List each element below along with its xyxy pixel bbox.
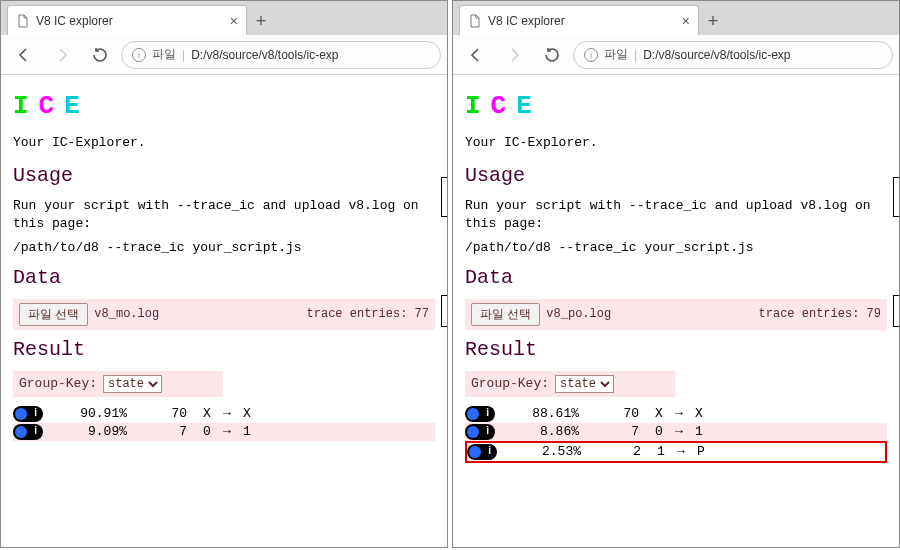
file-select-button[interactable]: 파일 선택 bbox=[471, 303, 540, 326]
usage-line-1: Run your script with --trace_ic and uplo… bbox=[13, 197, 435, 233]
data-row: 파일 선택 v8_mo.log trace entries: 77 bbox=[13, 299, 435, 330]
from: 1 bbox=[651, 444, 671, 459]
toggle-icon[interactable]: i bbox=[13, 424, 43, 440]
toggle-icon[interactable]: i bbox=[13, 406, 43, 422]
tab-title: V8 IC explorer bbox=[488, 14, 676, 28]
page-content: ICE Your IC-Explorer. Usage Run your scr… bbox=[1, 75, 447, 451]
window-right: V8 IC explorer × + i 파일 | D:/v8/source/v… bbox=[452, 0, 900, 548]
toolbar: i 파일 | D:/v8/source/v8/tools/ic-exp bbox=[453, 35, 899, 75]
group-key-label: Group-Key: bbox=[471, 376, 549, 391]
group-key-select[interactable]: state bbox=[103, 375, 162, 393]
address-bar[interactable]: i 파일 | D:/v8/source/v8/tools/ic-exp bbox=[121, 41, 441, 69]
result-table: i 88.61% 70 X → X i 8.86% 7 0 → 1 i bbox=[465, 405, 887, 463]
section-result: Result bbox=[13, 338, 435, 361]
toggle-icon[interactable]: i bbox=[465, 406, 495, 422]
file-select-button[interactable]: 파일 선택 bbox=[19, 303, 88, 326]
page-content: ICE Your IC-Explorer. Usage Run your scr… bbox=[453, 75, 899, 473]
stage: V8 IC explorer × + i 파일 | D:/v8/source/v… bbox=[0, 0, 900, 550]
page-icon bbox=[16, 14, 30, 28]
addr-path: D:/v8/source/v8/tools/ic-exp bbox=[191, 48, 338, 62]
trace-entries: trace entries: 79 bbox=[759, 307, 881, 321]
result-table: i 90.91% 70 X → X i 9.09% 7 0 → 1 bbox=[13, 405, 435, 441]
back-button[interactable] bbox=[459, 40, 493, 70]
logo: ICE bbox=[465, 91, 887, 121]
usage-line-2: /path/to/d8 --trace_ic your_script.js bbox=[13, 239, 435, 257]
forward-button[interactable] bbox=[497, 40, 531, 70]
forward-button[interactable] bbox=[45, 40, 79, 70]
browser-tab[interactable]: V8 IC explorer × bbox=[7, 5, 247, 35]
toolbar: i 파일 | D:/v8/source/v8/tools/ic-exp bbox=[1, 35, 447, 75]
page-icon bbox=[468, 14, 482, 28]
group-key-row: Group-Key: state bbox=[13, 371, 223, 397]
bracket-icon bbox=[893, 295, 899, 327]
tab-title: V8 IC explorer bbox=[36, 14, 224, 28]
section-result: Result bbox=[465, 338, 887, 361]
cnt: 70 bbox=[589, 406, 639, 421]
close-icon[interactable]: × bbox=[230, 14, 238, 28]
logo-c: C bbox=[491, 91, 517, 121]
logo-e: E bbox=[516, 91, 542, 121]
addr-prefix: 파일 bbox=[152, 46, 176, 63]
addr-prefix: 파일 bbox=[604, 46, 628, 63]
back-button[interactable] bbox=[7, 40, 41, 70]
addr-path: D:/v8/source/v8/tools/ic-exp bbox=[643, 48, 790, 62]
logo-i: I bbox=[465, 91, 491, 121]
result-row-highlighted[interactable]: i 2.53% 2 1 → P bbox=[465, 441, 887, 463]
cnt: 70 bbox=[137, 406, 187, 421]
arrow-icon: → bbox=[217, 406, 237, 421]
reload-button[interactable] bbox=[83, 40, 117, 70]
new-tab-button[interactable]: + bbox=[247, 7, 275, 35]
result-row[interactable]: i 88.61% 70 X → X bbox=[465, 405, 887, 423]
browser-tab[interactable]: V8 IC explorer × bbox=[459, 5, 699, 35]
pct: 9.09% bbox=[57, 424, 127, 439]
address-bar[interactable]: i 파일 | D:/v8/source/v8/tools/ic-exp bbox=[573, 41, 893, 69]
cnt: 2 bbox=[591, 444, 641, 459]
addr-sep: | bbox=[634, 48, 637, 62]
bracket-icon bbox=[893, 177, 899, 217]
window-left: V8 IC explorer × + i 파일 | D:/v8/source/v… bbox=[0, 0, 448, 548]
info-icon: i bbox=[132, 48, 146, 62]
to: 1 bbox=[689, 424, 709, 439]
arrow-icon: → bbox=[671, 444, 691, 459]
to: 1 bbox=[237, 424, 257, 439]
from: 0 bbox=[649, 424, 669, 439]
pct: 88.61% bbox=[509, 406, 579, 421]
arrow-icon: → bbox=[669, 406, 689, 421]
result-row[interactable]: i 9.09% 7 0 → 1 bbox=[13, 423, 435, 441]
toggle-icon[interactable]: i bbox=[467, 444, 497, 460]
logo-c: C bbox=[39, 91, 65, 121]
from: 0 bbox=[197, 424, 217, 439]
section-data: Data bbox=[13, 266, 435, 289]
to: X bbox=[237, 406, 257, 421]
pct: 90.91% bbox=[57, 406, 127, 421]
from: X bbox=[197, 406, 217, 421]
file-name: v8_mo.log bbox=[94, 307, 159, 321]
result-row[interactable]: i 90.91% 70 X → X bbox=[13, 405, 435, 423]
arrow-icon: → bbox=[217, 424, 237, 439]
cnt: 7 bbox=[137, 424, 187, 439]
tagline: Your IC-Explorer. bbox=[465, 135, 887, 150]
section-usage: Usage bbox=[13, 164, 435, 187]
cnt: 7 bbox=[589, 424, 639, 439]
section-usage: Usage bbox=[465, 164, 887, 187]
section-data: Data bbox=[465, 266, 887, 289]
usage-line-2: /path/to/d8 --trace_ic your_script.js bbox=[465, 239, 887, 257]
group-key-select[interactable]: state bbox=[555, 375, 614, 393]
group-key-row: Group-Key: state bbox=[465, 371, 675, 397]
usage-line-1: Run your script with --trace_ic and uplo… bbox=[465, 197, 887, 233]
tagline: Your IC-Explorer. bbox=[13, 135, 435, 150]
logo-i: I bbox=[13, 91, 39, 121]
addr-sep: | bbox=[182, 48, 185, 62]
pct: 8.86% bbox=[509, 424, 579, 439]
close-icon[interactable]: × bbox=[682, 14, 690, 28]
trace-entries: trace entries: 77 bbox=[307, 307, 429, 321]
new-tab-button[interactable]: + bbox=[699, 7, 727, 35]
to: X bbox=[689, 406, 709, 421]
reload-button[interactable] bbox=[535, 40, 569, 70]
toggle-icon[interactable]: i bbox=[465, 424, 495, 440]
result-row[interactable]: i 8.86% 7 0 → 1 bbox=[465, 423, 887, 441]
bracket-icon bbox=[441, 295, 447, 327]
arrow-icon: → bbox=[669, 424, 689, 439]
pct: 2.53% bbox=[511, 444, 581, 459]
tab-bar: V8 IC explorer × + bbox=[453, 1, 899, 35]
